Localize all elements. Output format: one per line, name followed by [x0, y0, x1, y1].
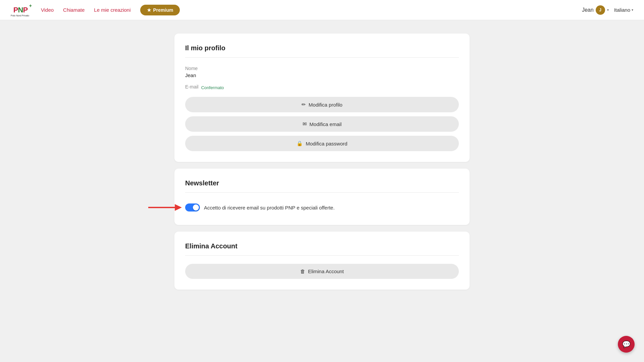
edit-profile-label: Modifica profilo: [309, 102, 342, 108]
edit-email-button[interactable]: ✉ Modifica email: [185, 116, 459, 132]
email-icon: ✉: [303, 121, 307, 127]
email-row: E-mail Confermato: [185, 84, 459, 91]
newsletter-card-title: Newsletter: [185, 179, 459, 187]
profile-card-title: Il mio profilo: [185, 44, 459, 52]
user-chevron-icon: ▾: [607, 8, 609, 12]
delete-card: Elimina Account 🗑 Elimina Account: [174, 232, 470, 290]
logo-plus-icon: +: [29, 3, 32, 8]
newsletter-text: Accetto di ricevere email su prodotti PN…: [204, 205, 335, 210]
newsletter-card: Newsletter Accetto di ricevere email su …: [174, 169, 470, 225]
svg-marker-1: [175, 204, 182, 211]
avatar: J: [596, 5, 605, 15]
trash-icon: 🗑: [300, 268, 305, 274]
premium-label: Premium: [153, 7, 173, 13]
navbar: PNP+ Polo Nord Privato Video Chiamate Le…: [0, 0, 644, 20]
name-label: Nome: [185, 66, 459, 71]
logo[interactable]: PNP+ Polo Nord Privato: [11, 3, 30, 17]
delete-card-title: Elimina Account: [185, 242, 459, 250]
star-icon: ★: [147, 7, 151, 13]
user-menu[interactable]: Jean J ▾: [582, 5, 609, 15]
confirmed-badge: Confermato: [201, 85, 224, 90]
delete-divider: [185, 255, 459, 256]
email-label: E-mail: [185, 84, 199, 89]
newsletter-divider: [185, 192, 459, 193]
edit-email-label: Modifica email: [310, 121, 342, 127]
nav-right: Jean J ▾ Italiano ▾: [582, 5, 633, 15]
nav-creazioni[interactable]: Le mie creazioni: [94, 7, 130, 13]
profile-divider: [185, 57, 459, 58]
user-name: Jean: [582, 7, 594, 13]
edit-icon: ✏: [302, 102, 306, 108]
nav-links: Video Chiamate Le mie creazioni ★ Premiu…: [41, 5, 582, 15]
profile-card: Il mio profilo Nome Jean E-mail Conferma…: [174, 34, 470, 162]
main-content: Il mio profilo Nome Jean E-mail Conferma…: [168, 20, 476, 310]
nav-video[interactable]: Video: [41, 7, 54, 13]
delete-account-label: Elimina Account: [308, 268, 344, 274]
chat-fab-button[interactable]: 💬: [618, 336, 635, 353]
edit-profile-button[interactable]: ✏ Modifica profilo: [185, 97, 459, 112]
language-selector[interactable]: Italiano ▾: [614, 7, 633, 13]
nav-chiamate[interactable]: Chiamate: [63, 7, 85, 13]
premium-button[interactable]: ★ Premium: [140, 5, 180, 15]
name-value: Jean: [185, 72, 459, 78]
newsletter-row: Accetto di ricevere email su prodotti PN…: [185, 201, 459, 214]
language-label: Italiano: [614, 7, 630, 13]
newsletter-toggle[interactable]: [185, 203, 200, 212]
chat-icon: 💬: [622, 340, 631, 348]
logo-subtitle: Polo Nord Privato: [11, 14, 29, 17]
edit-password-label: Modifica password: [306, 141, 347, 146]
lang-chevron-icon: ▾: [632, 8, 633, 12]
toggle-knob: [193, 204, 199, 210]
arrow-indicator: [148, 202, 182, 213]
delete-account-button[interactable]: 🗑 Elimina Account: [185, 264, 459, 279]
lock-icon: 🔒: [297, 140, 303, 146]
edit-password-button[interactable]: 🔒 Modifica password: [185, 136, 459, 151]
